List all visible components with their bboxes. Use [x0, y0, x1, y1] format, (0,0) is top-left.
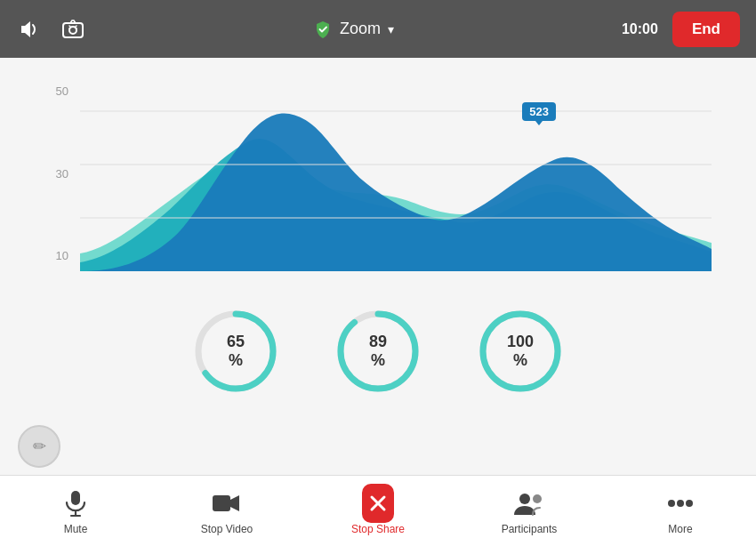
chart-tooltip: 523: [522, 102, 556, 121]
bottom-bar: Mute Stop Video Stop S: [0, 475, 756, 546]
shield-icon: [313, 20, 333, 39]
participants-icon: [513, 487, 545, 519]
stop-share-label: Stop Share: [351, 523, 405, 535]
pencil-icon: ✏: [33, 437, 46, 456]
participants-button[interactable]: Participants: [494, 487, 565, 535]
stop-video-button[interactable]: Stop Video: [191, 487, 262, 535]
mic-icon: [60, 487, 92, 519]
svg-point-17: [519, 494, 530, 504]
stop-share-button[interactable]: Stop Share: [342, 487, 414, 535]
gauges-row: 65% 89%: [191, 307, 565, 396]
more-label: More: [668, 523, 692, 535]
svg-point-19: [668, 500, 675, 507]
more-icon: [664, 487, 696, 519]
end-button[interactable]: End: [672, 12, 740, 47]
stop-share-icon: [362, 487, 394, 519]
svg-point-18: [533, 494, 542, 503]
pencil-button[interactable]: ✏: [18, 425, 60, 468]
chart-y-labels: 50 30 10: [44, 84, 76, 262]
svg-rect-14: [213, 495, 230, 511]
svg-point-20: [677, 500, 684, 507]
svg-rect-11: [71, 491, 80, 505]
time-display: 10:00: [622, 21, 658, 37]
mute-button[interactable]: Mute: [40, 487, 111, 535]
chart-area: 50 30 10 523: [44, 76, 712, 289]
chart-svg-wrapper: 523: [80, 84, 712, 289]
mute-label: Mute: [64, 523, 88, 535]
speaker-icon: [16, 17, 41, 42]
gauge-1: 65%: [191, 307, 280, 396]
speaker-button[interactable]: [16, 17, 41, 42]
y-label-10: 10: [56, 249, 68, 262]
main-content: 50 30 10 523: [0, 58, 756, 475]
svg-rect-0: [63, 23, 83, 37]
gauge-1-label: 65%: [227, 333, 245, 370]
gauge-3: 100%: [476, 307, 565, 396]
chevron-down-icon[interactable]: ▾: [388, 22, 394, 36]
gauge-3-label: 100%: [507, 333, 534, 370]
video-icon: [211, 487, 243, 519]
participants-label: Participants: [502, 523, 558, 535]
y-label-50: 50: [56, 84, 68, 98]
top-bar: Zoom ▾ 10:00 End: [0, 0, 756, 58]
gauge-2: 89%: [334, 307, 422, 396]
zoom-meeting-label[interactable]: Zoom ▾: [313, 20, 394, 39]
more-button[interactable]: More: [645, 487, 716, 535]
camera-flip-icon: [60, 17, 85, 42]
y-label-30: 30: [56, 167, 68, 181]
svg-point-21: [686, 500, 693, 507]
camera-flip-button[interactable]: [60, 17, 85, 42]
gauge-2-label: 89%: [369, 333, 387, 370]
stop-video-label: Stop Video: [201, 523, 253, 535]
zoom-label: Zoom: [340, 20, 381, 38]
